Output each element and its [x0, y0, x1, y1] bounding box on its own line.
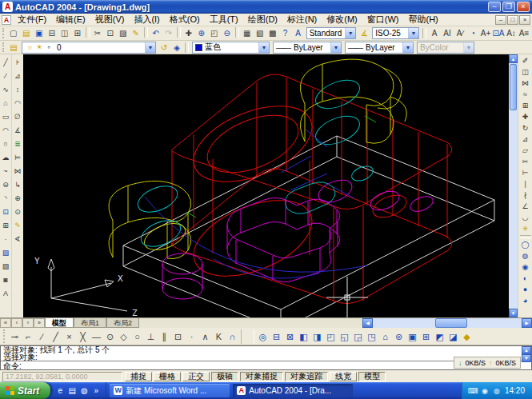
osnap-icon[interactable] — [241, 329, 254, 344]
menu-item[interactable]: 标注(N) — [282, 14, 322, 24]
shade-hidden-icon[interactable]: ◉ — [519, 261, 532, 273]
single-line-text-icon[interactable]: AI — [441, 27, 454, 39]
zoom-window-icon[interactable]: ◰ — [208, 27, 221, 39]
linear-dimension-icon[interactable]: ⊦ — [13, 56, 23, 70]
revision-cloud-icon[interactable]: ☁ — [1, 151, 11, 165]
modify-tool-icon[interactable] — [520, 235, 531, 238]
plot-preview-icon[interactable]: ◫ — [58, 27, 71, 39]
status-otrack-button[interactable]: 对象追踪 — [285, 372, 328, 381]
menu-item[interactable]: 编辑(E) — [51, 14, 90, 24]
scroll-left-icon[interactable]: ◀ — [362, 318, 373, 328]
extend-icon[interactable]: ⊢ — [519, 167, 532, 178]
break-at-point-icon[interactable]: ∣ — [519, 178, 532, 190]
menu-item[interactable]: 修改(M) — [322, 14, 362, 24]
lineweight-combo[interactable]: —— ByLayer ▼ — [345, 42, 414, 54]
new-icon[interactable]: ▢ — [7, 27, 20, 39]
status-osnap-button[interactable]: 对象捕捉 — [240, 372, 283, 381]
region-icon[interactable]: ◙ — [1, 273, 11, 287]
text-style-dialog-icon[interactable]: ⊡A — [492, 27, 505, 39]
color-combo[interactable]: 蓝色 ▼ — [192, 42, 270, 54]
snap-midpoint-icon[interactable]: ╱ — [49, 329, 62, 344]
vertical-scrollbar[interactable]: ▲ ▼ — [509, 54, 518, 317]
shade-flat-icon[interactable]: ◐ — [519, 273, 532, 284]
toolbar-grip[interactable] — [2, 28, 5, 39]
mirror-icon[interactable]: ⋈ — [519, 78, 532, 89]
scale-icon[interactable]: ⊿ — [519, 134, 532, 145]
scroll-down-icon[interactable]: ▼ — [522, 354, 531, 362]
mtext-icon[interactable]: A — [428, 27, 441, 39]
nw-isometric-icon[interactable]: ⊚ — [392, 329, 406, 344]
line-icon[interactable]: ╱ — [1, 56, 11, 70]
mtext-tool-icon[interactable]: A — [1, 287, 11, 301]
se-isometric-icon[interactable]: ◳ — [365, 329, 378, 344]
ie-quicklaunch-icon[interactable]: e — [55, 386, 65, 396]
show-desktop-icon[interactable]: ▤ — [67, 386, 77, 396]
task-word[interactable]: W 新建 Microsoft Word ... — [110, 384, 230, 397]
toolbar-icon[interactable] — [144, 27, 148, 38]
back-view-icon[interactable]: ◱ — [338, 329, 351, 344]
snap-quadrant-icon[interactable]: ◇ — [117, 329, 130, 344]
layout-tab[interactable]: 布局1 — [74, 318, 106, 328]
mdi-window-button[interactable]: – — [495, 15, 506, 25]
dimension-style-icon[interactable]: ∢ — [13, 233, 23, 246]
baseline-dimension-icon[interactable]: ⊨ — [13, 151, 23, 165]
status-snap-button[interactable]: 捕捉 — [125, 372, 152, 381]
restore-button[interactable]: ❐ — [502, 2, 515, 12]
right-view-icon[interactable]: ◨ — [310, 329, 324, 344]
task-autocad[interactable]: A AutoCAD 2004 - [Dra... — [233, 384, 353, 397]
scale-text-icon[interactable]: A↕ — [505, 27, 518, 39]
layout-tab[interactable]: 模型 — [45, 318, 74, 328]
edit-text-icon[interactable]: A∕ — [454, 27, 466, 39]
ucs-world-icon[interactable]: ◩ — [433, 329, 446, 344]
layer-previous-icon[interactable]: ◈ — [170, 42, 183, 54]
explode-icon[interactable]: ✳ — [519, 223, 532, 234]
drawing-window-icon[interactable]: A — [2, 15, 11, 25]
toolbar-icon[interactable] — [177, 27, 181, 38]
spline-icon[interactable]: ~ — [1, 165, 11, 178]
shade-gouraud-icon[interactable]: ● — [519, 284, 532, 295]
snap-tangent-icon[interactable]: ○ — [130, 329, 144, 344]
shade-flat-edges-icon[interactable]: ◕ — [519, 295, 532, 306]
zoom-previous-icon[interactable]: ⊖ — [221, 27, 234, 39]
combo-arrow-icon[interactable]: ▼ — [345, 28, 355, 38]
chevron-icon[interactable]: » — [91, 386, 101, 396]
coordinate-readout[interactable]: 17.2182, 92.0581, 0.0000 — [2, 372, 122, 381]
insert-block-icon[interactable]: ⊡ — [1, 205, 11, 219]
menu-item[interactable]: 工具(T) — [205, 14, 243, 24]
toolbar-icon[interactable] — [86, 27, 90, 38]
quick-dimension-icon[interactable]: ≣ — [13, 138, 23, 151]
snap-endpoint-icon[interactable]: ∕ — [35, 329, 49, 344]
snap-insert-icon[interactable]: ⊡ — [171, 329, 185, 344]
left-view-icon[interactable]: ◧ — [297, 329, 310, 344]
status-model-button[interactable]: 模型 — [358, 372, 386, 381]
find-text-icon[interactable]: ◔ — [466, 27, 479, 39]
shade-2d-wireframe-icon[interactable]: ◯ — [519, 239, 532, 250]
copy-icon[interactable]: ⊡ — [104, 27, 117, 39]
menu-item[interactable]: 绘图(D) — [243, 14, 282, 24]
menu-item[interactable]: 插入(I) — [129, 14, 164, 24]
start-button[interactable]: Start — [0, 382, 50, 399]
snap-perpendicular-icon[interactable]: ⊥ — [144, 329, 158, 344]
combo-arrow-icon[interactable]: ▼ — [402, 42, 413, 53]
media-player-icon[interactable]: ◍ — [79, 386, 89, 396]
open-icon[interactable]: ▤ — [20, 27, 33, 39]
dim-style-icon[interactable]: ∡ — [358, 27, 370, 39]
arc-icon[interactable]: ◠ — [1, 124, 11, 138]
offset-icon[interactable]: ≈ — [519, 89, 532, 100]
snap-nearest-icon[interactable]: ∧ — [198, 329, 212, 344]
horizontal-scrollbar[interactable]: ◀ ▶ — [362, 318, 532, 328]
bulb-icon[interactable]: ☼ — [25, 43, 34, 51]
point-icon[interactable]: · — [1, 233, 11, 246]
aligned-dimension-icon[interactable]: ⊿ — [13, 70, 23, 83]
make-block-icon[interactable]: ⊞ — [1, 219, 11, 233]
rectangle-icon[interactable]: ▭ — [1, 110, 11, 124]
paste-icon[interactable]: ▨ — [117, 27, 130, 39]
match-properties-icon[interactable]: ✎ — [130, 27, 142, 39]
combo-arrow-icon[interactable]: ▼ — [145, 42, 155, 53]
scroll-right-icon[interactable]: ▶ — [522, 318, 532, 328]
snap-apparent-intersection-icon[interactable]: ╳ — [76, 329, 90, 344]
properties-icon[interactable]: ▦ — [241, 27, 254, 39]
combo-arrow-icon[interactable]: ▼ — [258, 42, 269, 53]
plot-icon[interactable]: ⊟ — [46, 27, 58, 39]
scroll-up-icon[interactable]: ▲ — [509, 54, 518, 63]
